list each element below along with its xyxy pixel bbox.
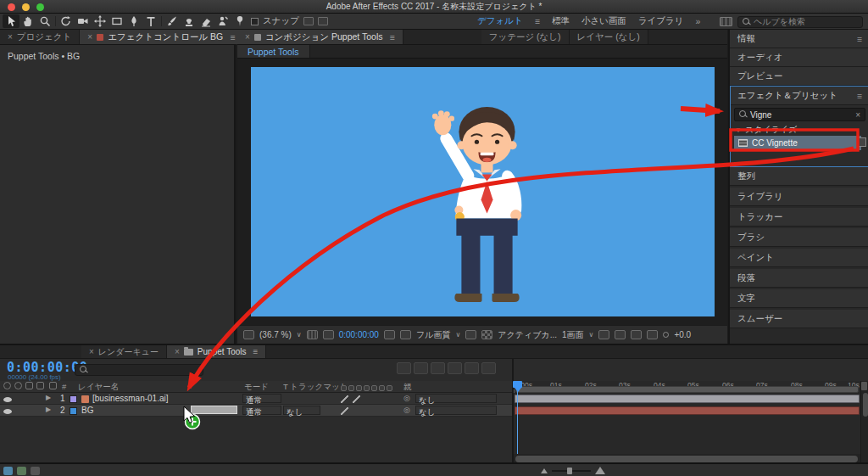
region-of-interest-icon[interactable] (465, 330, 476, 339)
current-time-indicator[interactable] (513, 381, 522, 388)
timeline-search-field[interactable] (75, 364, 203, 376)
exposure-value[interactable]: +0.0 (674, 330, 691, 339)
clone-stamp-tool[interactable] (181, 14, 198, 28)
zoom-in-mountain-icon[interactable] (595, 467, 605, 474)
draft-3d-icon[interactable] (414, 362, 428, 374)
parent-pickwhip-icon[interactable]: ◎ (403, 394, 410, 402)
layer-bar-bg[interactable] (515, 406, 860, 415)
snap-option-icon-2[interactable] (318, 17, 328, 25)
hand-tool[interactable] (19, 14, 36, 28)
workspace-overflow-icon[interactable]: » (696, 16, 701, 26)
composition-mini-flowchart-icon[interactable] (397, 362, 411, 374)
pan-behind-tool[interactable] (92, 14, 108, 28)
panel-audio[interactable]: オーディオ (730, 48, 868, 67)
tab-project[interactable]: × プロジェクト (0, 30, 80, 44)
panel-menu-icon[interactable]: ≡ (253, 347, 259, 356)
pen-tool[interactable] (125, 14, 142, 28)
label-color-swatch[interactable] (70, 407, 77, 415)
type-tool[interactable] (142, 14, 159, 28)
twirl-closed-icon[interactable]: ▶ (46, 406, 51, 413)
panel-menu-icon[interactable]: ≡ (390, 32, 395, 42)
eye-icon[interactable] (3, 409, 12, 414)
tab-effect-controls[interactable]: × エフェクトコントロール BG ≡ (80, 30, 243, 44)
parent-dropdown[interactable]: なし ∨ (415, 406, 497, 415)
status-icon-1[interactable] (3, 467, 13, 475)
twirl-closed-icon[interactable]: ▶ (46, 394, 51, 401)
scrollbar-thumb[interactable] (863, 393, 868, 417)
toggle-mask-paths-icon[interactable] (323, 330, 334, 339)
close-icon[interactable]: × (8, 32, 13, 42)
shape-tool[interactable] (108, 14, 125, 28)
blend-mode-dropdown[interactable]: 通常 ∨ (242, 406, 281, 415)
timeline-vertical-scrollbar[interactable] (860, 381, 868, 464)
effects-search-field[interactable]: Vigne × (734, 108, 865, 121)
grid-guides-icon[interactable] (307, 330, 318, 339)
workspace-menu-icon[interactable]: ≡ (535, 16, 540, 26)
timeline-button-icon[interactable] (631, 330, 642, 339)
close-icon[interactable]: × (89, 347, 94, 356)
snap-option-icon-1[interactable] (303, 17, 314, 25)
panel-character[interactable]: 文字 (730, 289, 868, 308)
hide-shy-icon[interactable] (431, 362, 445, 374)
fx-switch[interactable] (353, 395, 360, 403)
parent-dropdown[interactable]: なし ∨ (415, 394, 497, 403)
comp-marker-button[interactable] (861, 382, 867, 390)
layer-row-bg[interactable]: ▶ 2 BG 通常 ∨ なし ∨ ◎ なし ∨ (0, 405, 512, 417)
frame-blend-icon[interactable] (448, 362, 462, 374)
panel-libraries[interactable]: ライブラリ (730, 188, 868, 206)
panel-preview[interactable]: プレビュー (730, 67, 868, 86)
status-icon-2[interactable] (17, 467, 26, 475)
transparency-grid-icon[interactable] (481, 330, 492, 339)
layer-row-businessman[interactable]: ▶ 1 [businessman-01.ai] 通常 ∨ ◎ なし ∨ (0, 393, 512, 405)
zoom-out-mountain-icon[interactable] (541, 468, 548, 473)
tab-composition[interactable]: × コンポジション Puppet Tools ≡ (237, 30, 403, 44)
view-layout-value[interactable]: 1画面 (562, 329, 584, 341)
zoom-tool[interactable] (36, 14, 53, 28)
camera-view-value[interactable]: アクティブカ... (498, 329, 557, 341)
comp-flowchart-icon[interactable] (647, 330, 658, 339)
rotation-tool[interactable] (58, 14, 75, 28)
minimize-window-button[interactable] (22, 3, 30, 11)
blend-mode-dropdown[interactable]: 通常 ∨ (242, 394, 281, 403)
snap-checkbox[interactable] (251, 18, 259, 25)
preview-timecode[interactable]: 0:00:00:00 (339, 330, 379, 339)
parent-pickwhip-icon[interactable]: ◎ (403, 406, 410, 414)
panel-info[interactable]: 情報 ≡ (730, 30, 868, 48)
reset-exposure-icon[interactable] (663, 332, 669, 338)
camera-tool[interactable] (75, 14, 92, 28)
composition-viewport[interactable] (251, 67, 715, 316)
close-icon[interactable]: × (87, 32, 92, 42)
selection-tool[interactable] (3, 14, 19, 28)
motion-blur-icon[interactable] (465, 362, 479, 374)
panel-menu-icon[interactable]: ≡ (857, 34, 862, 44)
tab-footage[interactable]: フッテージ (なし) (481, 30, 570, 44)
always-preview-icon[interactable] (243, 330, 254, 339)
pixel-aspect-icon[interactable] (598, 330, 609, 339)
effect-item-cc-vignette[interactable]: CC Vignette (734, 136, 861, 150)
zoom-slider-knob[interactable] (567, 468, 572, 474)
trkmat-dropdown[interactable]: なし ∨ (283, 406, 320, 415)
layer-name[interactable]: BG (81, 406, 93, 415)
panel-menu-icon[interactable]: ≡ (230, 32, 235, 42)
workspace-default[interactable]: デフォルト (477, 15, 523, 27)
clear-search-icon[interactable]: × (855, 110, 860, 120)
help-search-field[interactable]: ヘルプを検索 (737, 16, 863, 28)
chevron-down-icon[interactable]: ∨ (297, 331, 302, 339)
workspace-libraries[interactable]: ライブラリ (638, 15, 684, 27)
puppet-pin-tool[interactable] (231, 14, 248, 28)
viewer-tab-puppet-tools[interactable]: Puppet Tools (237, 45, 310, 58)
quality-switch[interactable] (341, 395, 348, 403)
panel-paragraph[interactable]: 段落 (730, 269, 868, 288)
panel-smoother[interactable]: スムーザー (730, 310, 868, 328)
effects-category-stylize[interactable]: ▼ スタイライズ (735, 124, 797, 136)
panel-paint[interactable]: ペイント (730, 249, 868, 267)
close-icon[interactable]: × (245, 32, 250, 42)
work-area-bar[interactable] (515, 386, 859, 393)
quality-switch[interactable] (341, 407, 348, 415)
snapshot-camera-icon[interactable] (384, 330, 395, 339)
panel-brushes[interactable]: ブラシ (730, 228, 868, 247)
timeline-zoom-slider[interactable] (552, 470, 591, 472)
fast-previews-icon[interactable] (615, 330, 626, 339)
roto-brush-tool[interactable] (214, 14, 231, 28)
label-color-swatch[interactable] (70, 395, 77, 403)
